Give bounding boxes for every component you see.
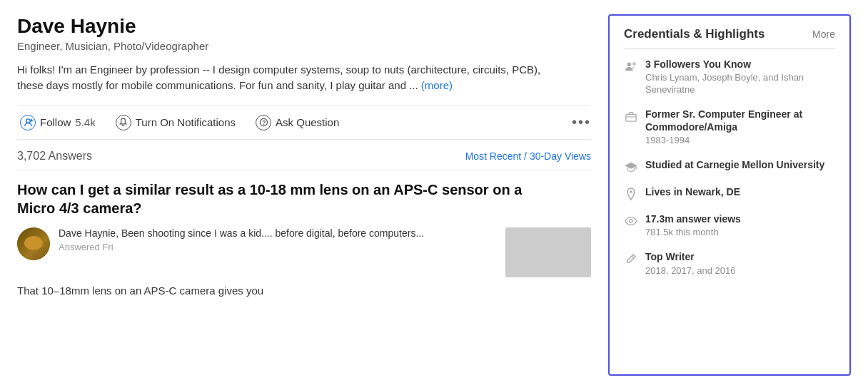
bio-more-link[interactable]: (more) — [421, 79, 453, 91]
question-icon: ? — [256, 115, 271, 130]
action-bar: Follow 5.4k Turn On Notifications ? — [17, 106, 591, 140]
graduation-icon — [624, 160, 638, 174]
profile-bio: Hi folks! I'm an Engineer by profession … — [17, 62, 560, 94]
credentials-list: 3 Followers You Know Chris Lynam, Joseph… — [624, 58, 835, 277]
work-content: Former Sr. Computer Engineer at Commodor… — [645, 108, 835, 147]
credential-topwriter: Top Writer 2018, 2017, and 2016 — [624, 250, 835, 277]
answer-preview: Dave Haynie, Been shooting since I was a… — [17, 227, 591, 277]
views-content: 17.3m answer views 781.5k this month — [645, 212, 835, 239]
answer-snippet: That 10–18mm lens on an APS-C camera giv… — [17, 283, 591, 298]
credential-education: Studied at Carnegie Mellon University — [624, 158, 835, 174]
profile-name: Dave Haynie — [17, 14, 591, 39]
followers-content: 3 Followers You Know Chris Lynam, Joseph… — [645, 58, 835, 96]
views-title: 17.3m answer views — [645, 212, 835, 225]
svg-point-6 — [632, 62, 636, 66]
follow-count: 5.4k — [75, 116, 95, 128]
education-title: Studied at Carnegie Mellon University — [645, 158, 835, 171]
followers-subtitle: Chris Lynam, Joseph Boyle, and Ishan Sen… — [645, 72, 835, 96]
bell-icon — [116, 115, 131, 130]
topwriter-subtitle: 2018, 2017, and 2016 — [645, 265, 835, 277]
main-content: Dave Haynie Engineer, Musician, Photo/Vi… — [17, 14, 591, 376]
profile-tagline: Engineer, Musician, Photo/Videographer — [17, 40, 591, 52]
svg-point-0 — [26, 119, 30, 123]
answer-thumbnail — [505, 227, 591, 277]
location-title: Lives in Newark, DE — [645, 185, 835, 198]
sidebar-title: Credentials & Highlights — [624, 27, 764, 41]
sidebar-header: Credentials & Highlights More — [624, 27, 835, 49]
svg-marker-9 — [625, 163, 637, 169]
work-subtitle: 1983-1994 — [645, 135, 835, 147]
stats-row: 3,702 Answers Most Recent / 30-Day Views — [17, 150, 591, 170]
sidebar-more-button[interactable]: More — [812, 29, 835, 40]
follow-icon — [20, 115, 36, 130]
svg-rect-7 — [626, 114, 636, 121]
credential-location: Lives in Newark, DE — [624, 185, 835, 201]
follow-label: Follow — [40, 116, 71, 128]
views-subtitle: 781.5k this month — [645, 227, 835, 239]
followers-icon — [624, 59, 638, 73]
briefcase-icon — [624, 109, 638, 123]
location-content: Lives in Newark, DE — [645, 185, 835, 198]
question-title[interactable]: How can I get a similar result as a 10-1… — [17, 180, 560, 217]
sort-label: Most Recent / 30-Day Views — [465, 150, 591, 162]
notify-label: Turn On Notifications — [136, 116, 236, 128]
svg-text:?: ? — [262, 119, 266, 126]
more-options-button[interactable]: ••• — [572, 114, 591, 130]
credentials-sidebar: Credentials & Highlights More 3 Follower… — [608, 14, 851, 376]
avatar — [17, 227, 50, 260]
topwriter-content: Top Writer 2018, 2017, and 2016 — [645, 250, 835, 277]
ask-label: Ask Question — [276, 116, 339, 128]
followers-title: 3 Followers You Know — [645, 58, 835, 71]
pencil-icon — [624, 252, 638, 266]
author-line: Dave Haynie, Been shooting since I was a… — [59, 227, 424, 239]
notify-button[interactable]: Turn On Notifications — [113, 113, 238, 132]
svg-point-11 — [630, 190, 632, 193]
answered-date: Answered Fri — [59, 242, 424, 252]
work-title: Former Sr. Computer Engineer at Commodor… — [645, 108, 835, 133]
answers-count: 3,702 Answers — [17, 150, 92, 163]
eye-icon — [624, 214, 638, 228]
svg-point-5 — [627, 63, 631, 66]
svg-point-12 — [630, 220, 633, 223]
answer-item: Dave Haynie, Been shooting since I was a… — [17, 227, 424, 260]
credential-views: 17.3m answer views 781.5k this month — [624, 212, 835, 239]
ask-question-button[interactable]: ? Ask Question — [253, 113, 342, 132]
follow-button[interactable]: Follow 5.4k — [17, 113, 99, 132]
answer-text: Dave Haynie, Been shooting since I was a… — [59, 227, 424, 260]
topwriter-title: Top Writer — [645, 250, 835, 263]
education-content: Studied at Carnegie Mellon University — [645, 158, 835, 171]
location-icon — [624, 187, 638, 201]
credential-followers: 3 Followers You Know Chris Lynam, Joseph… — [624, 58, 835, 96]
svg-line-13 — [632, 256, 634, 258]
credential-work: Former Sr. Computer Engineer at Commodor… — [624, 108, 835, 147]
